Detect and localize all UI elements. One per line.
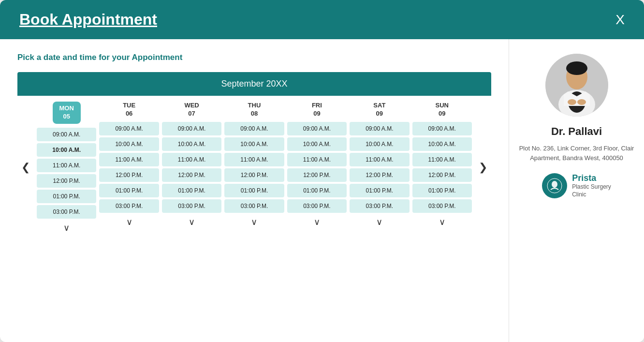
- calendar-panel: Pick a date and time for your Appointmen…: [0, 39, 509, 342]
- time-slot[interactable]: 09:00 A.M.: [287, 122, 347, 135]
- time-slots-mon: 09:00 A.M.10:00 A.M.11:00 A.M.12:00 P.M.…: [37, 128, 96, 219]
- time-slot[interactable]: 10:00 A.M.: [37, 143, 96, 157]
- time-slot[interactable]: 03:00 P.M.: [99, 199, 159, 213]
- time-slot[interactable]: 03:00 P.M.: [37, 205, 96, 219]
- time-slot[interactable]: 01:00 P.M.: [412, 184, 472, 197]
- chevron-down-icon[interactable]: ∨: [287, 217, 347, 227]
- clinic-sub: Plastic SurgeryClinic: [572, 183, 611, 198]
- modal-title: Book Appointment: [19, 11, 157, 29]
- time-slot[interactable]: 09:00 A.M.: [412, 122, 472, 135]
- time-slot[interactable]: 11:00 A.M.: [412, 153, 472, 166]
- time-slot[interactable]: 12:00 P.M.: [287, 168, 347, 182]
- time-slot[interactable]: 12:00 P.M.: [412, 168, 472, 182]
- time-slot[interactable]: 03:00 P.M.: [287, 199, 347, 213]
- calendar-subtitle: Pick a date and time for your Appointmen…: [17, 53, 491, 62]
- day-col-sat: SAT 0909:00 A.M.10:00 A.M.11:00 A.M.12:0…: [350, 102, 409, 233]
- day-header-sat[interactable]: SAT 09: [373, 102, 385, 118]
- days-grid: MON 0509:00 A.M.10:00 A.M.11:00 A.M.12:0…: [37, 102, 472, 233]
- doctor-avatar: [545, 54, 608, 117]
- time-slot[interactable]: 11:00 A.M.: [224, 153, 284, 166]
- day-col-sun: SUN 0909:00 A.M.10:00 A.M.11:00 A.M.12:0…: [412, 102, 472, 233]
- time-slot[interactable]: 09:00 A.M.: [162, 122, 221, 135]
- chevron-down-icon[interactable]: ∨: [162, 217, 221, 227]
- doctor-address: Plot No. 236, Link Corner, 3rd Floor, Cl…: [519, 144, 634, 163]
- time-slot[interactable]: 01:00 P.M.: [99, 184, 159, 197]
- month-header: September 20XX: [17, 72, 491, 96]
- time-slot[interactable]: 01:00 P.M.: [224, 184, 284, 197]
- chevron-down-icon[interactable]: ∨: [224, 217, 284, 227]
- time-slot[interactable]: 12:00 P.M.: [224, 168, 284, 182]
- days-nav: ❮ MON 0509:00 A.M.10:00 A.M.11:00 A.M.12…: [17, 102, 491, 233]
- svg-point-8: [577, 99, 586, 105]
- svg-point-10: [552, 181, 557, 188]
- day-col-mon: MON 0509:00 A.M.10:00 A.M.11:00 A.M.12:0…: [37, 102, 96, 233]
- time-slot[interactable]: 11:00 A.M.: [37, 159, 96, 172]
- time-slot[interactable]: 11:00 A.M.: [350, 153, 409, 166]
- clinic-text: Prista Plastic SurgeryClinic: [572, 173, 611, 198]
- time-slot[interactable]: 11:00 A.M.: [162, 153, 221, 166]
- time-slot[interactable]: 01:00 P.M.: [287, 184, 347, 197]
- close-button[interactable]: X: [615, 13, 625, 27]
- doctor-panel: Dr. Pallavi Plot No. 236, Link Corner, 3…: [509, 39, 644, 342]
- day-col-wed: WED 0709:00 A.M.10:00 A.M.11:00 A.M.12:0…: [162, 102, 221, 233]
- clinic-icon: [542, 173, 567, 198]
- time-slot[interactable]: 11:00 A.M.: [99, 153, 159, 166]
- time-slot[interactable]: 09:00 A.M.: [224, 122, 284, 135]
- day-col-tue: TUE 0609:00 A.M.10:00 A.M.11:00 A.M.12:0…: [99, 102, 159, 233]
- modal-header: Book Appointment X: [0, 0, 644, 39]
- time-slot[interactable]: 10:00 A.M.: [224, 137, 284, 151]
- time-slot[interactable]: 11:00 A.M.: [287, 153, 347, 166]
- time-slot[interactable]: 09:00 A.M.: [350, 122, 409, 135]
- clinic-logo-row: Prista Plastic SurgeryClinic: [542, 173, 611, 198]
- day-header-fri[interactable]: FRI 09: [312, 102, 322, 118]
- time-slot[interactable]: 09:00 A.M.: [37, 128, 96, 141]
- calendar-container: September 20XX ❮ MON 0509:00 A.M.10:00 A…: [17, 72, 491, 332]
- time-slot[interactable]: 12:00 P.M.: [99, 168, 159, 182]
- time-slot[interactable]: 10:00 A.M.: [99, 137, 159, 151]
- time-slot[interactable]: 03:00 P.M.: [350, 199, 409, 213]
- time-slots-thu: 09:00 A.M.10:00 A.M.11:00 A.M.12:00 P.M.…: [224, 122, 284, 213]
- time-slot[interactable]: 10:00 A.M.: [162, 137, 221, 151]
- time-slot[interactable]: 12:00 P.M.: [162, 168, 221, 182]
- modal-body: Pick a date and time for your Appointmen…: [0, 39, 644, 342]
- prev-week-button[interactable]: ❮: [17, 159, 34, 176]
- day-header-thu[interactable]: THU 08: [248, 102, 261, 118]
- time-slot[interactable]: 10:00 A.M.: [412, 137, 472, 151]
- time-slot[interactable]: 03:00 P.M.: [412, 199, 472, 213]
- day-col-fri: FRI 0909:00 A.M.10:00 A.M.11:00 A.M.12:0…: [287, 102, 347, 233]
- clinic-name: Prista: [572, 173, 611, 183]
- day-header-tue[interactable]: TUE 06: [123, 102, 135, 118]
- svg-point-4: [566, 61, 587, 75]
- doctor-name: Dr. Pallavi: [551, 125, 602, 138]
- time-slot[interactable]: 03:00 P.M.: [162, 199, 221, 213]
- day-header-mon[interactable]: MON 05: [53, 102, 81, 124]
- time-slot[interactable]: 01:00 P.M.: [350, 184, 409, 197]
- time-slot[interactable]: 03:00 P.M.: [224, 199, 284, 213]
- chevron-down-icon[interactable]: ∨: [37, 223, 96, 233]
- time-slots-wed: 09:00 A.M.10:00 A.M.11:00 A.M.12:00 P.M.…: [162, 122, 221, 213]
- time-slot[interactable]: 10:00 A.M.: [350, 137, 409, 151]
- time-slot[interactable]: 12:00 P.M.: [350, 168, 409, 182]
- day-header-sun[interactable]: SUN 09: [436, 102, 449, 118]
- time-slot[interactable]: 01:00 P.M.: [37, 190, 96, 203]
- book-appointment-modal: Book Appointment X Pick a date and time …: [0, 0, 644, 342]
- time-slots-sun: 09:00 A.M.10:00 A.M.11:00 A.M.12:00 P.M.…: [412, 122, 472, 213]
- time-slot[interactable]: 09:00 A.M.: [99, 122, 159, 135]
- next-week-button[interactable]: ❯: [475, 159, 491, 176]
- time-slot[interactable]: 12:00 P.M.: [37, 174, 96, 188]
- time-slots-fri: 09:00 A.M.10:00 A.M.11:00 A.M.12:00 P.M.…: [287, 122, 347, 213]
- chevron-down-icon[interactable]: ∨: [99, 217, 159, 227]
- time-slots-sat: 09:00 A.M.10:00 A.M.11:00 A.M.12:00 P.M.…: [350, 122, 409, 213]
- chevron-down-icon[interactable]: ∨: [412, 217, 472, 227]
- time-slot[interactable]: 10:00 A.M.: [287, 137, 347, 151]
- day-col-thu: THU 0809:00 A.M.10:00 A.M.11:00 A.M.12:0…: [224, 102, 284, 233]
- time-slots-tue: 09:00 A.M.10:00 A.M.11:00 A.M.12:00 P.M.…: [99, 122, 159, 213]
- time-slot[interactable]: 01:00 P.M.: [162, 184, 221, 197]
- svg-point-7: [568, 99, 576, 105]
- chevron-down-icon[interactable]: ∨: [350, 217, 409, 227]
- day-header-wed[interactable]: WED 07: [184, 102, 199, 118]
